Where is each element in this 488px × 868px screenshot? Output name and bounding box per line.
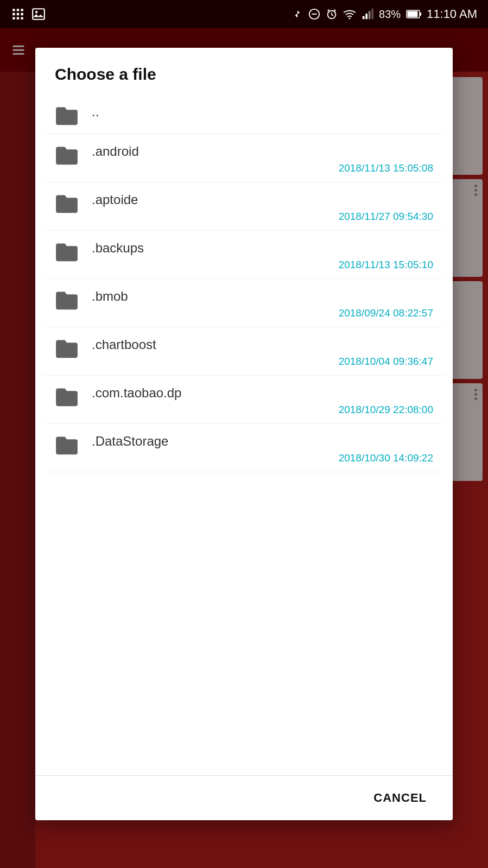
svg-point-10 bbox=[35, 11, 37, 13]
folder-icon bbox=[55, 387, 79, 407]
file-name: .android bbox=[92, 144, 433, 159]
file-date: 2018/10/04 09:36:47 bbox=[92, 356, 433, 368]
status-bar: 83% 11:10 AM bbox=[0, 0, 488, 28]
folder-icon bbox=[55, 145, 79, 166]
bluetooth-icon bbox=[292, 9, 303, 20]
svg-rect-20 bbox=[408, 11, 418, 17]
list-item[interactable]: .aptoide2018/11/27 09:54:30 bbox=[44, 182, 444, 231]
file-date: 2018/09/24 08:22:57 bbox=[92, 307, 433, 319]
dialog-title: Choose a file bbox=[35, 48, 453, 94]
folder-icon bbox=[55, 242, 79, 262]
file-info: .com.taobao.dp2018/10/29 22:08:00 bbox=[92, 385, 433, 416]
file-info: .DataStorage2018/10/30 14:09:22 bbox=[92, 434, 433, 464]
list-item[interactable]: .bmob2018/09/24 08:22:57 bbox=[44, 279, 444, 327]
file-info: .bmob2018/09/24 08:22:57 bbox=[92, 289, 433, 319]
svg-rect-1 bbox=[17, 9, 19, 11]
svg-rect-8 bbox=[21, 17, 23, 19]
file-date: 2018/10/30 14:09:22 bbox=[92, 452, 433, 464]
file-name: .aptoide bbox=[92, 192, 433, 207]
file-date: 2018/10/29 22:08:00 bbox=[92, 404, 433, 416]
file-info: .android2018/11/13 15:05:08 bbox=[92, 144, 433, 174]
list-item[interactable]: .DataStorage2018/10/30 14:09:22 bbox=[44, 424, 444, 472]
file-info: .aptoide2018/11/27 09:54:30 bbox=[92, 192, 433, 223]
battery-icon bbox=[406, 10, 421, 18]
svg-rect-18 bbox=[371, 9, 373, 19]
svg-rect-4 bbox=[17, 13, 19, 15]
svg-rect-3 bbox=[12, 13, 15, 15]
battery-percent: 83% bbox=[379, 8, 401, 21]
alarm-icon bbox=[326, 8, 338, 20]
file-date: 2018/11/13 15:05:10 bbox=[92, 259, 433, 271]
cancel-button[interactable]: CANCEL bbox=[363, 785, 438, 810]
svg-rect-17 bbox=[369, 11, 371, 20]
file-name: .DataStorage bbox=[92, 434, 433, 449]
svg-point-14 bbox=[349, 18, 351, 20]
file-chooser-dialog: Choose a file .. .android2018/11/13 15:0… bbox=[35, 48, 453, 820]
list-item[interactable]: .android2018/11/13 15:05:08 bbox=[44, 134, 444, 182]
list-item[interactable]: .chartboost2018/10/04 09:36:47 bbox=[44, 327, 444, 376]
dialog-footer: CANCEL bbox=[35, 775, 453, 820]
wifi-icon bbox=[343, 8, 356, 21]
svg-rect-5 bbox=[21, 13, 23, 15]
status-time: 11:10 AM bbox=[427, 7, 477, 21]
svg-rect-7 bbox=[17, 17, 19, 19]
dnd-icon bbox=[308, 8, 320, 20]
folder-icon bbox=[55, 193, 79, 214]
file-name: .chartboost bbox=[92, 337, 433, 352]
folder-icon bbox=[55, 435, 79, 455]
file-list[interactable]: .. .android2018/11/13 15:05:08 .aptoide2… bbox=[35, 94, 453, 775]
grid-icon bbox=[11, 7, 25, 21]
file-name: .com.taobao.dp bbox=[92, 385, 433, 401]
file-date: 2018/11/27 09:54:30 bbox=[92, 211, 433, 223]
folder-icon bbox=[55, 338, 79, 359]
svg-rect-0 bbox=[12, 9, 15, 11]
svg-rect-6 bbox=[12, 17, 15, 19]
file-info: .chartboost2018/10/04 09:36:47 bbox=[92, 337, 433, 368]
photo-icon bbox=[31, 7, 46, 21]
file-name: .bmob bbox=[92, 289, 433, 304]
file-info: .. bbox=[92, 104, 433, 123]
status-right-icons: 83% 11:10 AM bbox=[292, 7, 477, 21]
svg-rect-21 bbox=[420, 12, 421, 16]
folder-icon bbox=[55, 290, 79, 311]
list-item[interactable]: .. bbox=[44, 94, 444, 134]
svg-rect-15 bbox=[363, 16, 365, 19]
svg-rect-16 bbox=[365, 14, 367, 19]
list-item[interactable]: .backups2018/11/13 15:05:10 bbox=[44, 231, 444, 279]
status-left-icons bbox=[11, 7, 46, 21]
file-name: .backups bbox=[92, 240, 433, 256]
file-info: .backups2018/11/13 15:05:10 bbox=[92, 240, 433, 271]
folder-icon bbox=[55, 105, 79, 126]
file-name: .. bbox=[92, 104, 433, 119]
file-date: 2018/11/13 15:05:08 bbox=[92, 162, 433, 174]
list-item[interactable]: .com.taobao.dp2018/10/29 22:08:00 bbox=[44, 376, 444, 424]
signal-icon bbox=[362, 8, 373, 20]
svg-rect-9 bbox=[33, 9, 45, 20]
svg-rect-2 bbox=[21, 9, 23, 11]
